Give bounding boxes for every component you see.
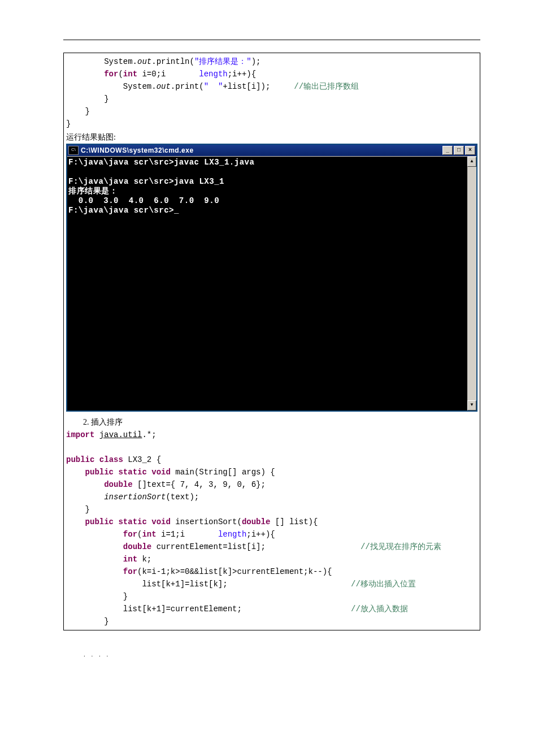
code-static: out <box>157 82 171 91</box>
minimize-button[interactable]: _ <box>442 146 453 155</box>
code-text: .println( <box>151 57 194 66</box>
code-text <box>66 567 123 576</box>
scroll-down-button[interactable]: ▼ <box>467 400 476 411</box>
code-comment: //移动出插入位置 <box>351 580 416 589</box>
code-keyword: double <box>242 517 270 526</box>
code-text: main(String[] args) { <box>171 468 275 477</box>
code-text: insertionSort( <box>171 517 242 526</box>
code-keyword: void <box>151 517 171 526</box>
code-text: (k=i-1;k>=0&&list[k]>currentElement;k--)… <box>137 567 332 576</box>
maximize-button[interactable]: □ <box>454 146 464 155</box>
code-text: ( <box>118 70 123 79</box>
code-keyword: static <box>118 517 146 526</box>
code-comment: //输出已排序数组 <box>294 82 359 91</box>
page: System.out.println("排序结果是："); for(int i=… <box>0 0 534 680</box>
code-keyword: for <box>123 530 137 539</box>
code-text: } <box>66 617 109 626</box>
code-text: System. <box>66 82 157 91</box>
code-keyword: class <box>99 455 123 464</box>
code-text <box>66 480 104 489</box>
code-text: } <box>66 119 71 128</box>
code-keyword: for <box>104 70 118 79</box>
code-block-1: System.out.println("排序结果是："); for(int i=… <box>66 55 477 130</box>
code-keyword: double <box>123 542 151 551</box>
cmd-scrollbar[interactable]: ▲ ▼ <box>467 157 476 411</box>
cmd-line: F:\java\java scr\src>java LX3_1 <box>68 177 224 186</box>
code-keyword: static <box>118 468 146 477</box>
code-text <box>66 517 85 526</box>
run-result-label: 运行结果贴图: <box>66 132 477 142</box>
code-text <box>94 430 99 439</box>
code-keyword: public <box>85 517 114 526</box>
code-text: } <box>66 94 109 103</box>
code-comment: //放入插入数据 <box>351 604 408 614</box>
code-comment: //找见现在排序的元素 <box>361 542 441 551</box>
code-field: length <box>218 530 246 539</box>
code-text <box>66 70 104 79</box>
code-text: .print( <box>171 82 204 91</box>
cmd-line: 0.0 3.0 4.0 6.0 7.0 9.0 <box>68 196 219 205</box>
code-text: currentElement=list[i]; <box>151 542 361 551</box>
section-2-heading: 2. 插入排序 <box>83 417 477 427</box>
code-text: +list[i]); <box>223 82 294 91</box>
code-keyword: void <box>151 468 171 477</box>
cmd-icon: C\ <box>68 146 79 155</box>
code-text: } <box>66 505 90 514</box>
code-text: LX3_2 { <box>123 455 161 464</box>
cmd-window-buttons: _ □ × <box>442 146 475 155</box>
cmd-line: 排序结果是： <box>68 187 118 196</box>
code-text <box>147 517 151 526</box>
code-text: .*; <box>142 430 156 439</box>
code-text <box>66 542 123 551</box>
code-text: list[k+1]=list[k]; <box>66 580 351 589</box>
code-text <box>66 555 123 564</box>
code-text: ;i++){ <box>228 70 256 79</box>
cmd-output: F:\java\java scr\src>javac LX3_1.java F:… <box>67 157 467 411</box>
code-static: out <box>137 57 151 66</box>
code-text: (text); <box>166 493 199 502</box>
code-text: i=0;i <box>137 70 199 79</box>
code-string: "排序结果是：" <box>194 57 251 66</box>
scroll-track[interactable] <box>467 167 476 400</box>
code-call: insertionSort <box>104 493 166 502</box>
code-keyword: int <box>123 555 137 564</box>
code-text: []text={ 7, 4, 3, 9, 0, 6}; <box>133 480 266 489</box>
code-keyword: import <box>66 430 94 439</box>
code-keyword: int <box>142 530 156 539</box>
content-box: System.out.println("排序结果是："); for(int i=… <box>63 53 480 630</box>
code-keyword: double <box>104 480 132 489</box>
code-text: k; <box>137 555 151 564</box>
code-text: } <box>66 592 128 601</box>
cmd-titlebar: C\ C:\WINDOWS\system32\cmd.exe _ □ × <box>67 145 476 156</box>
code-keyword: public <box>66 455 94 464</box>
code-field: length <box>199 70 227 79</box>
cmd-title: C:\WINDOWS\system32\cmd.exe <box>81 146 442 154</box>
cmd-window: C\ C:\WINDOWS\system32\cmd.exe _ □ × F:\… <box>66 144 477 412</box>
close-button[interactable]: × <box>465 146 475 155</box>
code-keyword: int <box>123 70 137 79</box>
code-text <box>147 468 151 477</box>
code-blank <box>66 443 71 452</box>
code-text <box>66 493 104 502</box>
code-import: java.util <box>99 430 142 439</box>
code-keyword: public <box>85 468 114 477</box>
cmd-body-wrap: F:\java\java scr\src>javac LX3_1.java F:… <box>67 156 476 411</box>
code-text <box>66 530 123 539</box>
code-string: " " <box>204 82 223 91</box>
code-text <box>94 455 99 464</box>
code-keyword: for <box>123 567 137 576</box>
scroll-up-button[interactable]: ▲ <box>467 157 476 167</box>
code-text <box>66 468 85 477</box>
code-text: ); <box>251 57 261 66</box>
cmd-line: F:\java\java scr\src>javac LX3_1.java <box>68 158 254 167</box>
code-block-2: import java.util.*; public class LX3_2 {… <box>66 429 477 628</box>
code-text: } <box>66 107 90 116</box>
code-text: ;i++){ <box>246 530 275 539</box>
code-text: i=1;i <box>157 530 218 539</box>
code-text: list[k+1]=currentElement; <box>66 604 351 614</box>
cmd-line: F:\java\java scr\src>_ <box>68 206 179 215</box>
code-text: System. <box>66 57 137 66</box>
code-text: [] list){ <box>270 517 318 526</box>
top-rule <box>63 40 480 40</box>
footer-dots: . . . . <box>84 651 480 658</box>
